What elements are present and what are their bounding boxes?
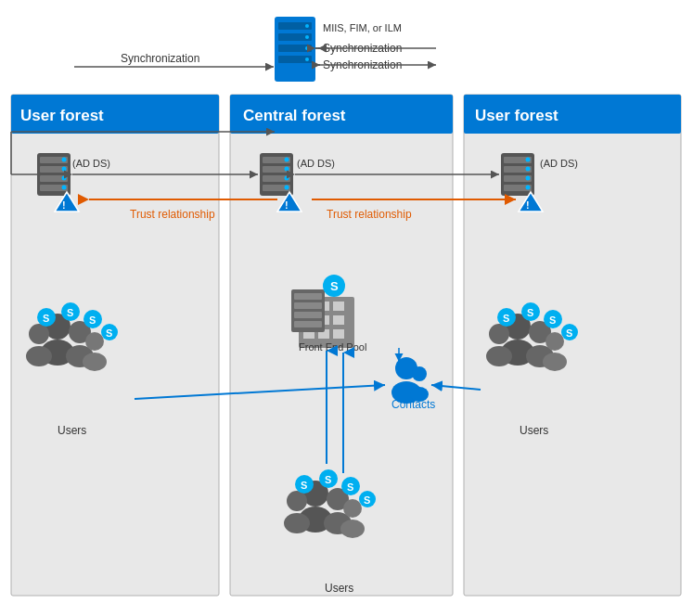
svg-text:S: S (549, 314, 556, 326)
svg-rect-70 (333, 329, 344, 339)
central-adds-label: (AD DS) (297, 158, 335, 169)
svg-point-80 (412, 366, 427, 381)
svg-rect-74 (294, 312, 322, 318)
svg-point-50 (526, 176, 531, 181)
svg-point-29 (62, 186, 67, 190)
svg-point-118 (287, 491, 307, 511)
svg-rect-72 (294, 293, 322, 300)
svg-point-88 (85, 332, 104, 351)
left-trust-label: Trust relationship (130, 208, 215, 221)
svg-point-27 (62, 167, 67, 172)
svg-text:S: S (503, 313, 509, 324)
left-forest-label: User forest (20, 107, 104, 124)
svg-point-105 (543, 353, 567, 371)
svg-point-102 (489, 324, 509, 344)
front-end-label: Front End Pool (299, 341, 366, 353)
svg-point-39 (285, 176, 289, 181)
svg-text:S: S (364, 494, 370, 506)
svg-text:S: S (566, 327, 572, 339)
svg-point-9 (305, 58, 309, 61)
svg-rect-75 (294, 321, 322, 327)
left-users-label: Users (58, 424, 86, 437)
svg-rect-19 (464, 95, 681, 596)
svg-rect-67 (333, 315, 344, 325)
svg-text:S: S (301, 480, 307, 491)
svg-text:!: ! (526, 199, 530, 211)
svg-text:S: S (43, 313, 49, 324)
svg-point-37 (285, 158, 289, 162)
svg-text:!: ! (62, 199, 66, 211)
contacts-label: Contacts (391, 398, 435, 411)
svg-point-40 (285, 186, 289, 190)
svg-point-104 (545, 332, 564, 351)
central-forest-label: Central forest (243, 107, 346, 124)
right-forest-label: User forest (475, 107, 558, 124)
svg-point-121 (340, 520, 365, 538)
svg-point-86 (29, 324, 49, 344)
svg-point-6 (305, 24, 309, 28)
svg-text:S: S (325, 474, 331, 485)
svg-point-89 (83, 353, 107, 371)
right-server-icon (501, 153, 534, 196)
svg-point-103 (486, 346, 512, 366)
svg-text:!: ! (285, 199, 289, 211)
miis-label: MIIS, FIM, or ILM (323, 22, 402, 33)
left-adds-label: (AD DS) (72, 158, 110, 169)
sync-left-label: Synchronization (121, 52, 199, 65)
svg-rect-73 (294, 302, 322, 309)
svg-point-51 (526, 186, 531, 190)
svg-point-28 (62, 176, 67, 181)
svg-text:S: S (527, 307, 533, 318)
svg-text:S: S (330, 279, 339, 293)
right-adds-label: (AD DS) (540, 158, 578, 169)
svg-point-38 (285, 167, 289, 172)
central-server-icon (260, 153, 293, 196)
svg-rect-64 (333, 302, 344, 311)
svg-point-7 (305, 35, 309, 39)
svg-text:S: S (106, 327, 112, 339)
svg-text:S: S (347, 481, 353, 493)
svg-point-26 (62, 158, 67, 162)
svg-point-119 (284, 513, 310, 533)
svg-text:S: S (67, 307, 73, 318)
svg-point-120 (343, 499, 362, 518)
svg-point-49 (526, 167, 531, 172)
svg-point-48 (526, 158, 531, 162)
svg-text:S: S (89, 314, 96, 326)
right-trust-label: Trust relationship (327, 208, 412, 221)
bottom-users-label: Users (325, 582, 353, 595)
left-server-icon (37, 153, 71, 196)
svg-point-8 (305, 46, 309, 50)
svg-point-87 (26, 346, 52, 366)
right-users-label: Users (520, 424, 548, 437)
